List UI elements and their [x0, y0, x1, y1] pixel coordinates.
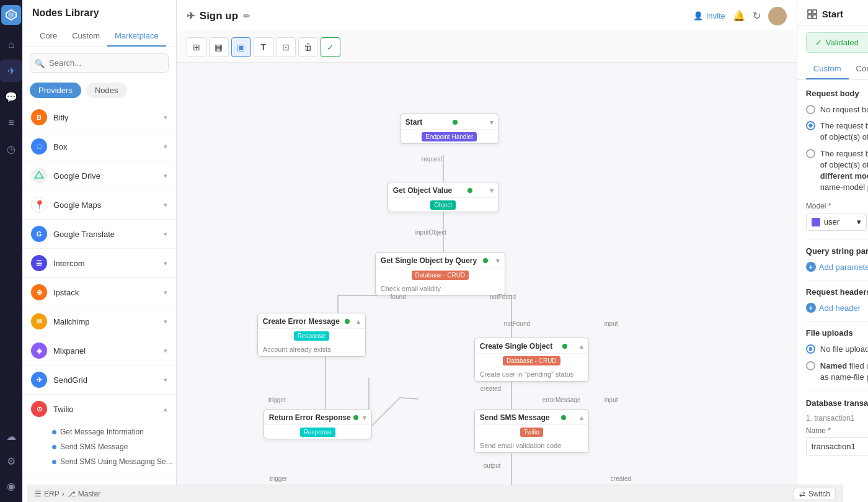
tab-custom[interactable]: Custom — [64, 26, 107, 47]
node-re-badge-wrap: Response — [264, 425, 371, 439]
radio-no-params[interactable]: No request body parameters — [806, 104, 868, 115]
edit-title-icon[interactable]: ✏ — [243, 11, 250, 21]
provider-twilio-header[interactable]: ⊙ Twilio ▴ — [22, 395, 176, 423]
validated-check-icon: ✓ — [815, 38, 822, 47]
node-gso-status — [483, 258, 488, 263]
provider-gdrive-header[interactable]: Google Drive ▾ — [22, 161, 176, 190]
gtranslate-chevron: ▾ — [164, 230, 167, 238]
node-create-error[interactable]: Create Error Message ▴ Response Account … — [257, 313, 366, 357]
twilio-icon: ⊙ — [31, 401, 47, 417]
nav-chat[interactable]: 💬 — [0, 86, 22, 108]
provider-box-header[interactable]: □ Box ▾ — [22, 132, 176, 161]
nav-clock[interactable]: ◷ — [0, 138, 22, 160]
transaction-name-input[interactable] — [806, 437, 868, 455]
provider-mixpanel-header[interactable]: ◈ Mixpanel ▾ — [22, 336, 176, 365]
gmaps-name: Google Maps — [53, 200, 157, 210]
divider-2 — [806, 280, 868, 281]
nav-home[interactable]: ⌂ — [0, 34, 22, 56]
tab-custom[interactable]: Custom — [806, 59, 849, 79]
nodes-toggle-btn[interactable]: Nodes — [86, 83, 127, 98]
label-input2: input — [604, 397, 618, 403]
node-cs-more[interactable]: ▴ — [580, 343, 583, 351]
node-start-badge-wrap: Endpoint Handler — [401, 130, 498, 143]
radio-no-uploads[interactable]: No file uploads — [806, 344, 868, 355]
node-cs-status — [562, 344, 567, 349]
file-upload-options: No file uploads Named filed uploads stru… — [806, 344, 868, 383]
node-sms-badge: Twilio — [520, 428, 543, 437]
node-ce-badge: Response — [294, 331, 329, 341]
radio-multiple-models-circle — [806, 149, 815, 158]
node-send-sms[interactable]: Send SMS Message ▴ Twilio Send email val… — [474, 409, 589, 453]
nav-layers[interactable]: ≡ — [0, 112, 22, 134]
switch-button[interactable]: ⇄ Switch — [794, 488, 836, 500]
radio-single-model[interactable]: The request body is composed of object(s… — [806, 120, 868, 143]
add-header-btn[interactable]: + Add header — [806, 303, 868, 313]
twilio-child-get-message[interactable]: Get Message Information — [52, 426, 176, 438]
provider-sendgrid-header[interactable]: ✈ SendGrid ▾ — [22, 365, 176, 394]
canvas-toolbar: ⊞ ▦ ▣ T ⊡ 🗑 ✓ — [177, 32, 797, 63]
radio-multiple-models[interactable]: The request body is composed of object(s… — [806, 148, 868, 194]
node-gso-more[interactable]: ▾ — [496, 257, 500, 265]
provider-bitly-header[interactable]: B Bitly ▾ — [22, 103, 176, 132]
sync-icon[interactable]: ↻ — [753, 10, 761, 22]
nav-user[interactable]: ◉ — [0, 475, 22, 497]
canvas-topbar: ✈ Sign up ✏ 👤 Invite 🔔 ↻ — [177, 0, 797, 32]
node-cs-title: Create Single Object — [480, 342, 552, 351]
nav-cloud[interactable]: ☁ — [0, 425, 22, 447]
node-re-more[interactable]: ▾ — [363, 414, 366, 422]
provider-intercom-header[interactable]: ☰ Intercom ▾ — [22, 249, 176, 277]
bitly-chevron: ▾ — [164, 114, 167, 122]
node-return-error[interactable]: Return Error Response ▾ Response — [264, 409, 372, 439]
canvas-title-text: Sign up — [200, 10, 238, 22]
tab-marketplace[interactable]: Marketplace — [107, 26, 166, 47]
tab-common[interactable]: Common — [849, 59, 868, 79]
node-sms-title: Send SMS Message — [480, 413, 550, 422]
canvas-inner: Start ▾ Endpoint Handler request — [177, 63, 797, 502]
node-get-object-value[interactable]: Get Object Value ▾ Object — [388, 182, 499, 212]
canvas-scroll[interactable]: Start ▾ Endpoint Handler request — [177, 63, 797, 502]
invite-button[interactable]: 👤 Invite — [693, 11, 725, 20]
notification-icon[interactable]: 🔔 — [733, 10, 745, 22]
user-avatar[interactable] — [768, 7, 787, 25]
toolbar-btn-grid1[interactable]: ⊞ — [187, 37, 206, 57]
node-start[interactable]: Start ▾ Endpoint Handler — [400, 114, 499, 144]
provider-intercom: ☰ Intercom ▾ — [22, 249, 176, 278]
node-ce-more[interactable]: ▴ — [356, 318, 360, 326]
app-logo[interactable] — [1, 5, 21, 25]
library-header: Nodes Library Core Custom Marketplace — [22, 0, 176, 47]
radio-named-uploads[interactable]: Named filed uploads structured as name-f… — [806, 361, 868, 383]
toolbar-btn-text[interactable]: T — [254, 37, 273, 57]
radio-no-params-circle — [806, 105, 815, 114]
nav-settings[interactable]: ⚙ — [0, 450, 22, 472]
providers-toggle-btn[interactable]: Providers — [30, 83, 81, 98]
tab-core[interactable]: Core — [32, 26, 64, 47]
provider-gtranslate-header[interactable]: G Google Translate ▾ — [22, 220, 176, 248]
provider-gmaps-header[interactable]: 📍 Google Maps ▾ — [22, 190, 176, 219]
canvas-content[interactable]: Start ▾ Endpoint Handler request — [177, 63, 797, 502]
gdrive-icon — [31, 168, 47, 184]
toolbar-btn-layout[interactable]: ⊡ — [276, 37, 296, 57]
nav-flow[interactable]: ✈ — [0, 60, 22, 82]
toolbar-btn-select[interactable]: ▣ — [231, 37, 251, 57]
node-get-single-object[interactable]: Get Single Object by Query ▾ Database - … — [375, 252, 505, 296]
node-gov-status — [467, 188, 472, 193]
node-start-more[interactable]: ▾ — [490, 119, 494, 127]
twilio-child-send-sms-msg[interactable]: Send SMS Using Messaging Se... — [52, 455, 176, 468]
provider-ipstack-header[interactable]: ⊕ Ipstack ▾ — [22, 278, 176, 307]
intercom-icon: ☰ — [31, 255, 47, 271]
toolbar-btn-grid2[interactable]: ▦ — [209, 37, 229, 57]
node-gov-more[interactable]: ▾ — [490, 187, 494, 195]
provider-mailchimp-header[interactable]: ✉ Mailchimp ▾ — [22, 307, 176, 336]
node-create-single[interactable]: Create Single Object ▴ Database - CRUD C… — [474, 338, 589, 382]
toolbar-btn-check[interactable]: ✓ — [321, 37, 340, 57]
node-sms-more[interactable]: ▴ — [580, 414, 583, 422]
model-select[interactable]: user ▾ — [806, 213, 867, 231]
add-parameter-btn[interactable]: + Add parameter — [806, 262, 868, 272]
node-cs-badge: Database - CRUD — [503, 356, 560, 365]
search-input[interactable] — [30, 53, 169, 73]
twilio-child-send-sms[interactable]: Send SMS Message — [52, 441, 176, 453]
radio-named-uploads-label: Named filed uploads structured as name-f… — [820, 361, 868, 383]
left-icon-bar: ⌂ ✈ 💬 ≡ ◷ ☁ ⚙ ◉ — [0, 0, 22, 502]
toolbar-btn-delete[interactable]: 🗑 — [298, 37, 318, 57]
label-notFound2: notFound — [504, 320, 530, 327]
